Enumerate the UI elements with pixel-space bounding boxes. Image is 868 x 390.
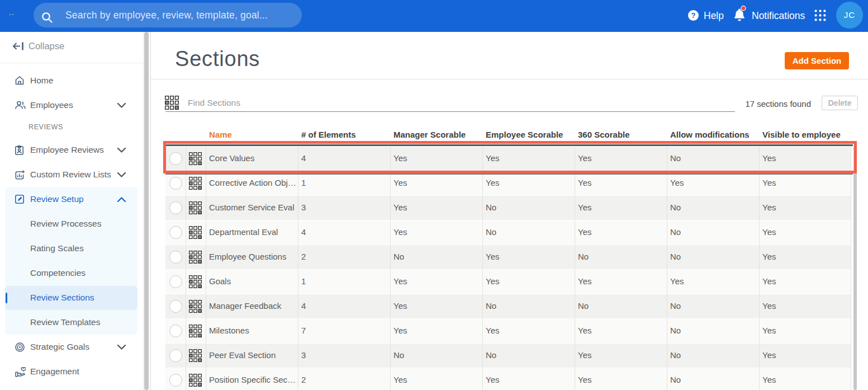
svg-text:?: ? [691, 11, 696, 20]
